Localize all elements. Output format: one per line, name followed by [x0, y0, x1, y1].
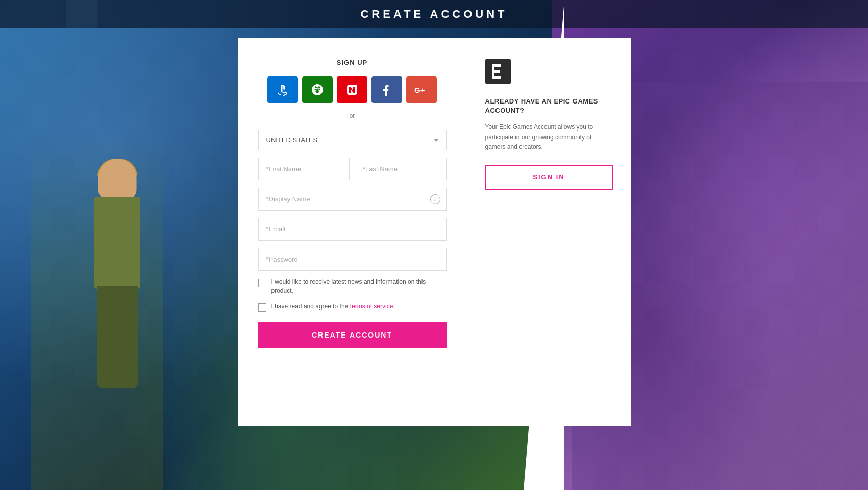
- playstation-button[interactable]: [267, 76, 298, 103]
- epic-logo: [485, 59, 511, 84]
- sign-in-button[interactable]: SIGN IN: [485, 165, 613, 190]
- epic-games-logo-svg: [487, 60, 509, 83]
- already-have-account-desc: Your Epic Games Account allows you to pa…: [485, 122, 613, 152]
- modal-container: SIGN UP: [238, 38, 631, 426]
- xbox-button[interactable]: [302, 76, 333, 103]
- news-checkbox-row: I would like to receive latest news and …: [258, 278, 447, 295]
- top-bar: CREATE ACCOUNT: [0, 0, 868, 28]
- password-input[interactable]: [258, 248, 447, 271]
- svg-text:G+: G+: [414, 86, 425, 94]
- terms-suffix: .: [393, 303, 394, 310]
- first-name-input[interactable]: [258, 158, 350, 180]
- name-row: [258, 158, 447, 180]
- password-wrapper: [258, 248, 447, 271]
- news-checkbox[interactable]: [258, 279, 266, 287]
- facebook-button[interactable]: [371, 76, 402, 103]
- signup-panel: SIGN UP: [238, 38, 467, 426]
- last-name-input[interactable]: [355, 158, 447, 180]
- or-divider: or: [258, 112, 447, 119]
- or-line-left: [258, 116, 344, 116]
- or-line-right: [360, 116, 446, 116]
- google-button[interactable]: G+: [406, 76, 437, 103]
- country-select[interactable]: UNITED STATES CANADA UNITED KINGDOM AUST…: [258, 130, 447, 150]
- social-buttons-row: G+: [258, 76, 447, 103]
- soldier-character: [71, 159, 163, 490]
- nintendo-button[interactable]: [337, 76, 367, 103]
- terms-prefix: I have read and agree to the: [271, 303, 350, 310]
- character-left: [31, 133, 163, 490]
- display-name-info-icon[interactable]: i: [430, 194, 440, 204]
- terms-checkbox[interactable]: [258, 303, 266, 312]
- display-name-input[interactable]: [258, 188, 447, 211]
- email-wrapper: [258, 218, 447, 241]
- create-account-button[interactable]: CREATE ACCOUNT: [258, 322, 447, 348]
- news-checkbox-label: I would like to receive latest news and …: [271, 278, 447, 295]
- page-title: CREATE ACCOUNT: [360, 8, 507, 21]
- terms-of-service-link[interactable]: terms of service: [350, 303, 393, 310]
- email-input[interactable]: [258, 218, 447, 241]
- right-panel: ALREADY HAVE AN EPIC GAMES ACCOUNT? Your…: [467, 38, 631, 426]
- terms-checkbox-row: I have read and agree to the terms of se…: [258, 302, 447, 312]
- signup-title: SIGN UP: [258, 59, 447, 66]
- checkbox-section: I would like to receive latest news and …: [258, 278, 447, 312]
- or-text: or: [350, 112, 355, 119]
- already-have-account-title: ALREADY HAVE AN EPIC GAMES ACCOUNT?: [485, 97, 613, 115]
- display-name-wrapper: i: [258, 188, 447, 211]
- terms-checkbox-label: I have read and agree to the terms of se…: [271, 302, 395, 311]
